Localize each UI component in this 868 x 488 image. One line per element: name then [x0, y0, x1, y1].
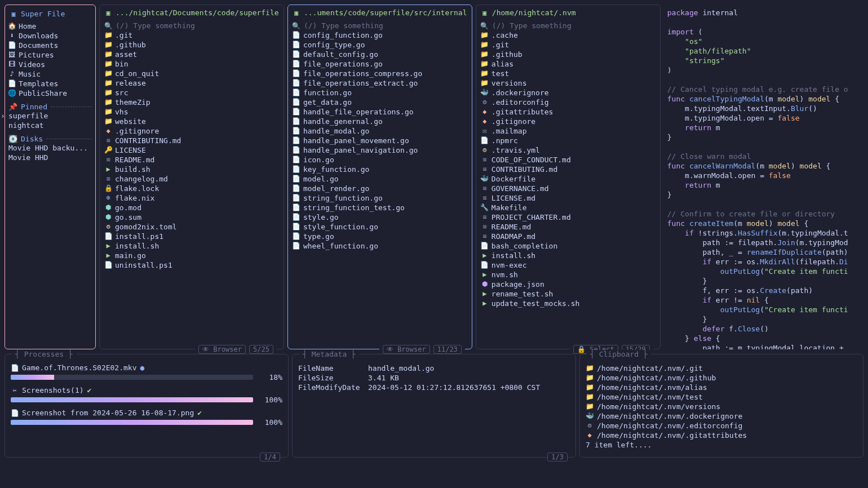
file-row[interactable]: 📁test	[481, 69, 656, 78]
sidebar-disk-item[interactable]: Movie HHD	[8, 153, 92, 162]
file-row[interactable]: 📄type.go	[293, 232, 467, 241]
file-row[interactable]: 🔑LICENSE	[104, 145, 279, 155]
file-row[interactable]: 📁.github	[481, 50, 656, 59]
file-row[interactable]: 📄icon.go	[293, 155, 467, 165]
file-row[interactable]: 🔒flake.lock	[104, 184, 279, 193]
file-row[interactable]: ▶build.sh	[104, 165, 279, 174]
file-pane[interactable]: ▣/home/nightcat/.nvm 🔍(/) Type something…	[476, 5, 661, 349]
sidebar-place[interactable]: ♪Music	[8, 69, 92, 79]
file-row[interactable]: 📁themeZip	[104, 97, 279, 107]
file-row[interactable]: 📁versions	[481, 78, 656, 88]
file-row[interactable]: 📁.cache	[481, 30, 656, 40]
file-row[interactable]: 📄uninstall.ps1	[104, 260, 279, 270]
file-row[interactable]: ≡README.md	[481, 222, 656, 232]
file-row[interactable]: ❄flake.nix	[104, 193, 279, 203]
sidebar-place[interactable]: 🌐PublicShare	[8, 88, 92, 98]
sidebar-place[interactable]: 🏠Home	[8, 21, 92, 31]
file-row[interactable]: 📄bash_completion	[481, 241, 656, 251]
file-row[interactable]: 📄string_function_test.go	[293, 203, 467, 212]
file-row[interactable]: ✉.mailmap	[481, 126, 656, 136]
file-row[interactable]: 📄default_config.go	[293, 50, 467, 59]
file-row[interactable]: 📁src	[104, 88, 279, 97]
clipboard-row[interactable]: 📁/home/nightcat/.nvm/alias	[586, 383, 857, 392]
file-row[interactable]: 📄style.go	[293, 212, 467, 222]
file-row[interactable]: 📁.git	[481, 40, 656, 50]
sidebar-place[interactable]: 📄Documents	[8, 41, 92, 50]
clipboard-row[interactable]: 📁/home/nightcat/.nvm/.github	[586, 373, 857, 383]
file-row[interactable]: ▶nvm.sh	[481, 270, 656, 280]
file-row[interactable]: ⚙.travis.yml	[481, 145, 656, 155]
clipboard-row[interactable]: ◆/home/nightcat/.nvm/.gitattributes	[586, 431, 857, 440]
file-row[interactable]: ⬢go.sum	[104, 212, 279, 222]
sidebar-place[interactable]: 🖼Pictures	[8, 50, 92, 60]
file-row[interactable]: ▶install.sh	[104, 241, 279, 251]
clipboard-row[interactable]: 📁/home/nightcat/.nvm/versions	[586, 402, 857, 411]
file-row[interactable]: 📄handle_file_operations.go	[293, 107, 467, 117]
file-row[interactable]: ▶update_test_mocks.sh	[481, 299, 656, 308]
sidebar-disk-item[interactable]: Movie HHD backu...	[8, 143, 92, 153]
pane-search[interactable]: 🔍(/) Type something	[476, 21, 660, 30]
file-row[interactable]: 📄handle_panel_navigation.go	[293, 145, 467, 155]
file-row[interactable]: 📄string_function.go	[293, 193, 467, 203]
file-row[interactable]: 📄handle_modal.go	[293, 126, 467, 136]
file-row[interactable]: ≡README.md	[104, 155, 279, 165]
pane-search[interactable]: 🔍(/) Type something	[288, 21, 472, 30]
file-row[interactable]: 📄key_function.go	[293, 165, 467, 174]
file-row[interactable]: 🐳Dockerfile	[481, 174, 656, 184]
file-row[interactable]: 📄style_function.go	[293, 222, 467, 232]
file-row[interactable]: 📁vhs	[104, 107, 279, 117]
file-row[interactable]: 📄file_operations_compress.go	[293, 69, 467, 78]
file-row[interactable]: 📄function.go	[293, 88, 467, 97]
file-row[interactable]: 📄file_operations_extract.go	[293, 78, 467, 88]
file-row[interactable]: ◆.gitignore	[481, 117, 656, 126]
sidebar-place[interactable]: ⬇Downloads	[8, 31, 92, 41]
file-pane[interactable]: ▣.../nightcat/Documents/code/superfile 🔍…	[99, 5, 284, 349]
file-row[interactable]: 📄config_type.go	[293, 40, 467, 50]
clipboard-row[interactable]: 📁/home/nightcat/.nvm/.git	[586, 363, 857, 373]
file-row[interactable]: 📄wheel_function.go	[293, 241, 467, 251]
clipboard-row[interactable]: 📁/home/nightcat/.nvm/test	[586, 392, 857, 402]
file-row[interactable]: ▶main.go	[104, 251, 279, 260]
file-row[interactable]: 📁asset	[104, 50, 279, 59]
file-row[interactable]: ▶rename_test.sh	[481, 289, 656, 299]
file-row[interactable]: 📁.git	[104, 30, 279, 40]
file-row[interactable]: ⚙.editorconfig	[481, 97, 656, 107]
file-row[interactable]: 📁cd_on_quit	[104, 69, 279, 78]
clipboard-row[interactable]: 🐳/home/nightcat/.nvm/.dockerignore	[586, 411, 857, 421]
file-row[interactable]: 📁alias	[481, 59, 656, 69]
file-row[interactable]: 📁website	[104, 117, 279, 126]
file-row[interactable]: 📁bin	[104, 59, 279, 69]
file-row[interactable]: 📄file_operations.go	[293, 59, 467, 69]
file-row[interactable]: ≡GOVERNANCE.md	[481, 184, 656, 193]
file-row[interactable]: 📄config_function.go	[293, 30, 467, 40]
file-row[interactable]: 📄handle_panel_movement.go	[293, 136, 467, 145]
file-row[interactable]: 📁.github	[104, 40, 279, 50]
file-row[interactable]: ≡CONTRIBUTING.md	[104, 136, 279, 145]
file-row[interactable]: ≡PROJECT_CHARTER.md	[481, 212, 656, 222]
sidebar-place[interactable]: 🎞Videos	[8, 60, 92, 69]
sidebar-pinned-item[interactable]: superfile	[8, 111, 92, 121]
sidebar-pinned-item[interactable]: nightcat	[8, 121, 92, 130]
file-row[interactable]: ⚙gomod2nix.toml	[104, 222, 279, 232]
file-row[interactable]: 🐳.dockerignore	[481, 88, 656, 97]
file-row[interactable]: ◆.gitignore	[104, 126, 279, 136]
file-pane[interactable]: ▣...uments/code/superfile/src/internal 🔍…	[287, 5, 472, 349]
file-row[interactable]: ▶install.sh	[481, 251, 656, 260]
file-row[interactable]: ≡CONTRIBUTING.md	[481, 165, 656, 174]
pane-search[interactable]: 🔍(/) Type something	[100, 21, 284, 30]
file-row[interactable]: ≡ROADMAP.md	[481, 232, 656, 241]
file-row[interactable]: ≡changelog.md	[104, 174, 279, 184]
file-row[interactable]: ≡LICENSE.md	[481, 193, 656, 203]
sidebar-place[interactable]: 📄Templates	[8, 79, 92, 88]
file-row[interactable]: 📄nvm-exec	[481, 260, 656, 270]
clipboard-row[interactable]: ⚙/home/nightcat/.nvm/.editorconfig	[586, 421, 857, 431]
file-row[interactable]: 📄get_data.go	[293, 97, 467, 107]
file-row[interactable]: ⬢go.mod	[104, 203, 279, 212]
file-row[interactable]: 🔧Makefile	[481, 203, 656, 212]
file-row[interactable]: 📄.npmrc	[481, 136, 656, 145]
file-row[interactable]: ⬢package.json	[481, 280, 656, 289]
file-row[interactable]: 📄model_render.go	[293, 184, 467, 193]
file-row[interactable]: ≡CODE_OF_CONDUCT.md	[481, 155, 656, 165]
file-row[interactable]: 📄handle_genernal.go	[293, 117, 467, 126]
file-row[interactable]: 📄model.go	[293, 174, 467, 184]
